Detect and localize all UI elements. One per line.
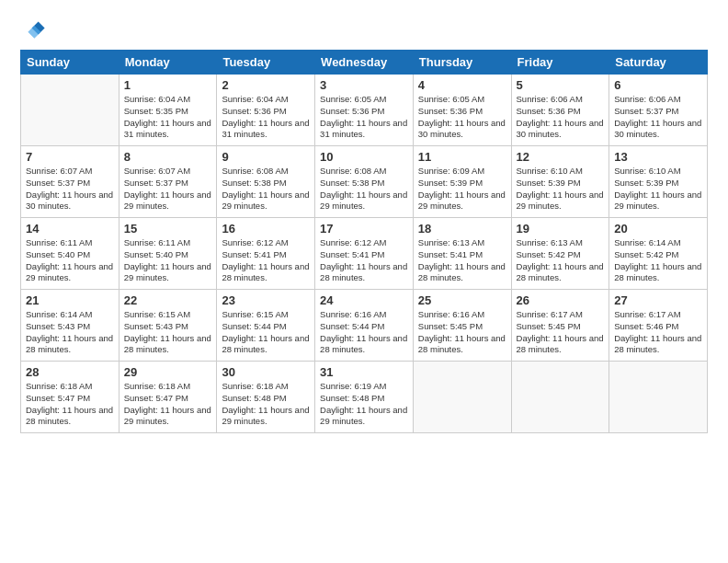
day-info: Sunrise: 6:14 AM Sunset: 5:42 PM Dayligh… xyxy=(614,237,702,284)
day-info: Sunrise: 6:10 AM Sunset: 5:39 PM Dayligh… xyxy=(517,166,605,213)
calendar-cell: 31Sunrise: 6:19 AM Sunset: 5:48 PM Dayli… xyxy=(315,362,414,433)
calendar-cell xyxy=(511,362,609,433)
calendar-week-5: 28Sunrise: 6:18 AM Sunset: 5:47 PM Dayli… xyxy=(21,362,708,433)
calendar-week-4: 21Sunrise: 6:14 AM Sunset: 5:43 PM Dayli… xyxy=(21,290,708,362)
calendar-cell: 15Sunrise: 6:11 AM Sunset: 5:40 PM Dayli… xyxy=(119,218,217,290)
day-info: Sunrise: 6:05 AM Sunset: 5:36 PM Dayligh… xyxy=(320,94,408,141)
calendar-table: SundayMondayTuesdayWednesdayThursdayFrid… xyxy=(20,50,708,433)
weekday-header-friday: Friday xyxy=(511,51,609,75)
day-number: 13 xyxy=(614,150,702,164)
day-info: Sunrise: 6:10 AM Sunset: 5:39 PM Dayligh… xyxy=(614,166,702,213)
day-number: 16 xyxy=(222,222,310,236)
day-info: Sunrise: 6:18 AM Sunset: 5:48 PM Dayligh… xyxy=(222,381,310,428)
day-info: Sunrise: 6:04 AM Sunset: 5:35 PM Dayligh… xyxy=(124,94,212,141)
calendar-cell: 29Sunrise: 6:18 AM Sunset: 5:47 PM Dayli… xyxy=(119,362,217,433)
calendar-cell: 27Sunrise: 6:17 AM Sunset: 5:46 PM Dayli… xyxy=(609,290,708,362)
day-number: 7 xyxy=(26,150,114,164)
day-info: Sunrise: 6:05 AM Sunset: 5:36 PM Dayligh… xyxy=(418,94,506,141)
weekday-header-row: SundayMondayTuesdayWednesdayThursdayFrid… xyxy=(21,51,708,75)
calendar-cell: 4Sunrise: 6:05 AM Sunset: 5:36 PM Daylig… xyxy=(413,75,511,146)
page: SundayMondayTuesdayWednesdayThursdayFrid… xyxy=(0,0,728,563)
calendar-cell: 11Sunrise: 6:09 AM Sunset: 5:39 PM Dayli… xyxy=(413,146,511,218)
day-info: Sunrise: 6:17 AM Sunset: 5:46 PM Dayligh… xyxy=(614,309,702,356)
day-info: Sunrise: 6:17 AM Sunset: 5:45 PM Dayligh… xyxy=(517,309,605,356)
calendar-cell: 13Sunrise: 6:10 AM Sunset: 5:39 PM Dayli… xyxy=(609,146,708,218)
day-info: Sunrise: 6:07 AM Sunset: 5:37 PM Dayligh… xyxy=(26,166,114,213)
calendar-cell: 18Sunrise: 6:13 AM Sunset: 5:41 PM Dayli… xyxy=(413,218,511,290)
day-number: 8 xyxy=(124,150,212,164)
logo-area xyxy=(20,17,48,42)
day-number: 10 xyxy=(320,150,408,164)
day-info: Sunrise: 6:07 AM Sunset: 5:37 PM Dayligh… xyxy=(124,166,212,213)
day-number: 25 xyxy=(418,293,506,307)
day-number: 11 xyxy=(418,150,506,164)
day-number: 5 xyxy=(517,78,605,92)
calendar-week-1: 1Sunrise: 6:04 AM Sunset: 5:35 PM Daylig… xyxy=(21,75,708,146)
day-number: 3 xyxy=(320,78,408,92)
day-info: Sunrise: 6:09 AM Sunset: 5:39 PM Dayligh… xyxy=(418,166,506,213)
day-info: Sunrise: 6:15 AM Sunset: 5:43 PM Dayligh… xyxy=(124,309,212,356)
day-info: Sunrise: 6:06 AM Sunset: 5:36 PM Dayligh… xyxy=(517,94,605,141)
day-number: 22 xyxy=(124,293,212,307)
calendar-cell: 30Sunrise: 6:18 AM Sunset: 5:48 PM Dayli… xyxy=(217,362,315,433)
day-info: Sunrise: 6:12 AM Sunset: 5:41 PM Dayligh… xyxy=(320,237,408,284)
calendar-week-3: 14Sunrise: 6:11 AM Sunset: 5:40 PM Dayli… xyxy=(21,218,708,290)
calendar-cell xyxy=(413,362,511,433)
day-info: Sunrise: 6:19 AM Sunset: 5:48 PM Dayligh… xyxy=(320,381,408,428)
day-number: 17 xyxy=(320,222,408,236)
calendar-cell: 22Sunrise: 6:15 AM Sunset: 5:43 PM Dayli… xyxy=(119,290,217,362)
calendar-cell: 23Sunrise: 6:15 AM Sunset: 5:44 PM Dayli… xyxy=(217,290,315,362)
day-info: Sunrise: 6:15 AM Sunset: 5:44 PM Dayligh… xyxy=(222,309,310,356)
weekday-header-thursday: Thursday xyxy=(413,51,511,75)
day-info: Sunrise: 6:11 AM Sunset: 5:40 PM Dayligh… xyxy=(26,237,114,284)
weekday-header-wednesday: Wednesday xyxy=(315,51,414,75)
calendar-cell: 21Sunrise: 6:14 AM Sunset: 5:43 PM Dayli… xyxy=(21,290,119,362)
weekday-header-sunday: Sunday xyxy=(21,51,119,75)
day-info: Sunrise: 6:04 AM Sunset: 5:36 PM Dayligh… xyxy=(222,94,310,141)
day-number: 4 xyxy=(418,78,506,92)
day-info: Sunrise: 6:14 AM Sunset: 5:43 PM Dayligh… xyxy=(26,309,114,356)
calendar-cell: 12Sunrise: 6:10 AM Sunset: 5:39 PM Dayli… xyxy=(511,146,609,218)
day-info: Sunrise: 6:12 AM Sunset: 5:41 PM Dayligh… xyxy=(222,237,310,284)
day-number: 19 xyxy=(517,222,605,236)
calendar-cell: 2Sunrise: 6:04 AM Sunset: 5:36 PM Daylig… xyxy=(217,75,315,146)
day-info: Sunrise: 6:13 AM Sunset: 5:42 PM Dayligh… xyxy=(517,237,605,284)
weekday-header-tuesday: Tuesday xyxy=(217,51,315,75)
day-info: Sunrise: 6:18 AM Sunset: 5:47 PM Dayligh… xyxy=(26,381,114,428)
header xyxy=(20,17,708,42)
day-number: 14 xyxy=(26,222,114,236)
day-number: 20 xyxy=(614,222,702,236)
calendar-cell: 10Sunrise: 6:08 AM Sunset: 5:38 PM Dayli… xyxy=(315,146,414,218)
weekday-header-saturday: Saturday xyxy=(609,51,708,75)
day-number: 29 xyxy=(124,365,212,379)
day-number: 28 xyxy=(26,365,114,379)
calendar-cell: 28Sunrise: 6:18 AM Sunset: 5:47 PM Dayli… xyxy=(21,362,119,433)
day-info: Sunrise: 6:06 AM Sunset: 5:37 PM Dayligh… xyxy=(614,94,702,141)
day-number: 26 xyxy=(517,293,605,307)
calendar-cell: 19Sunrise: 6:13 AM Sunset: 5:42 PM Dayli… xyxy=(511,218,609,290)
day-number: 2 xyxy=(222,78,310,92)
day-number: 27 xyxy=(614,293,702,307)
calendar-cell: 7Sunrise: 6:07 AM Sunset: 5:37 PM Daylig… xyxy=(21,146,119,218)
calendar-cell: 24Sunrise: 6:16 AM Sunset: 5:44 PM Dayli… xyxy=(315,290,414,362)
calendar-cell: 8Sunrise: 6:07 AM Sunset: 5:37 PM Daylig… xyxy=(119,146,217,218)
calendar-cell xyxy=(21,75,119,146)
calendar-cell: 26Sunrise: 6:17 AM Sunset: 5:45 PM Dayli… xyxy=(511,290,609,362)
day-info: Sunrise: 6:16 AM Sunset: 5:45 PM Dayligh… xyxy=(418,309,506,356)
day-number: 23 xyxy=(222,293,310,307)
day-info: Sunrise: 6:18 AM Sunset: 5:47 PM Dayligh… xyxy=(124,381,212,428)
day-number: 9 xyxy=(222,150,310,164)
day-number: 15 xyxy=(124,222,212,236)
calendar-cell: 5Sunrise: 6:06 AM Sunset: 5:36 PM Daylig… xyxy=(511,75,609,146)
day-number: 1 xyxy=(124,78,212,92)
calendar-cell: 20Sunrise: 6:14 AM Sunset: 5:42 PM Dayli… xyxy=(609,218,708,290)
day-number: 21 xyxy=(26,293,114,307)
day-info: Sunrise: 6:11 AM Sunset: 5:40 PM Dayligh… xyxy=(124,237,212,284)
day-info: Sunrise: 6:16 AM Sunset: 5:44 PM Dayligh… xyxy=(320,309,408,356)
day-number: 18 xyxy=(418,222,506,236)
day-number: 30 xyxy=(222,365,310,379)
calendar-cell: 25Sunrise: 6:16 AM Sunset: 5:45 PM Dayli… xyxy=(413,290,511,362)
calendar-cell: 6Sunrise: 6:06 AM Sunset: 5:37 PM Daylig… xyxy=(609,75,708,146)
day-number: 6 xyxy=(614,78,702,92)
day-number: 24 xyxy=(320,293,408,307)
